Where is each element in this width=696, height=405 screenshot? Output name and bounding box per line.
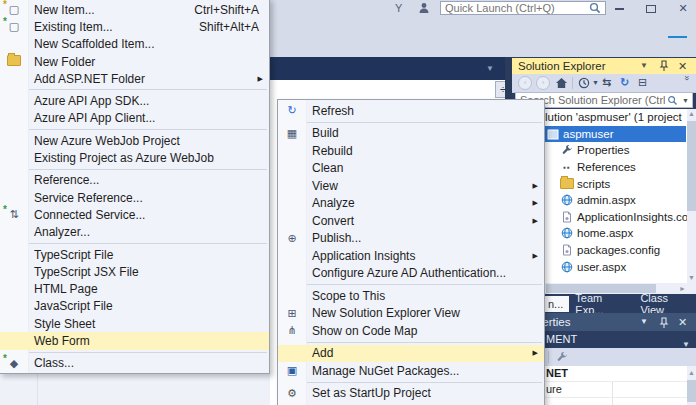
tab-solution-explorer[interactable]: n... — [542, 296, 569, 312]
menu-item-analyzer[interactable]: Analyzer... — [0, 224, 269, 241]
publish-icon: ⊕ — [278, 232, 306, 245]
project-icon — [546, 128, 560, 140]
menu-item-new-solution-explorer-view[interactable]: ⊞New Solution Explorer View — [278, 305, 544, 323]
menu-item-add[interactable]: Add▶ — [278, 345, 544, 363]
menu-item-application-insights[interactable]: Application Insights▶ — [278, 247, 544, 265]
add-submenu: ▢*New Item...Ctrl+Shift+A▢*Existing Item… — [0, 0, 270, 374]
menu-item-clean[interactable]: Clean — [278, 160, 544, 178]
filter-caret-icon[interactable]: ▼ — [592, 79, 599, 86]
menu-item-label: Configure Azure AD Authentication... — [306, 266, 544, 280]
menu-item-new-azure-webjob-project[interactable]: New Azure WebJob Project — [0, 132, 269, 149]
menu-item-new-item[interactable]: ▢*New Item...Ctrl+Shift+A — [0, 1, 269, 18]
menu-item-label: Convert — [306, 214, 544, 228]
quick-launch-input[interactable] — [440, 1, 606, 15]
menu-item-class[interactable]: ◆*Class... — [0, 355, 269, 372]
menu-item-shortcut: Shift+Alt+A — [199, 20, 269, 34]
solution-explorer-close-icon[interactable]: ✕ — [678, 58, 687, 74]
menu-item-typescript-jsx-file[interactable]: TypeScript JSX File — [0, 263, 269, 280]
menu-item-label: Clean — [306, 161, 544, 175]
menu-item-set-as-startup-project[interactable]: ⚙Set as StartUp Project — [278, 385, 544, 403]
menu-item-publish[interactable]: ⊕Publish... — [278, 230, 544, 248]
menu-item-connected-service[interactable]: ⇅*Connected Service... — [0, 206, 269, 223]
window-position-caret-icon[interactable]: ▼ — [640, 313, 648, 331]
submenu-arrow-icon: ▶ — [533, 252, 538, 260]
forward-icon[interactable]: › — [536, 76, 550, 90]
menu-item-scope-to-this[interactable]: Scope to This — [278, 287, 544, 305]
menu-separator — [2, 89, 267, 90]
menu-separator — [2, 169, 267, 170]
menu-item-javascript-file[interactable]: JavaScript File — [0, 298, 269, 315]
menu-item-label: Build — [306, 126, 544, 140]
menu-item-html-page[interactable]: HTML Page — [0, 280, 269, 297]
menu-item-new-scaffolded-item[interactable]: New Scaffolded Item... — [0, 36, 269, 53]
plus-star-icon: * — [3, 0, 7, 10]
menu-item-manage-nuget-packages[interactable]: ▣Manage NuGet Packages... — [278, 362, 544, 380]
window-position-caret-icon[interactable]: ▼ — [640, 58, 648, 74]
solution-explorer-titlebar[interactable]: Solution Explorer ▼ ✕ — [512, 58, 696, 74]
tree-item-label: ApplicationInsights.co — [577, 211, 688, 223]
tab-list-caret-icon[interactable]: ▼ — [486, 64, 494, 73]
feedback-icon[interactable]: Y — [395, 2, 402, 14]
grid-vertical-scrollbar[interactable]: ▲ — [687, 366, 696, 405]
toolbar-separator — [572, 77, 573, 89]
search-icon[interactable] — [667, 95, 678, 109]
minimize-button[interactable] — [606, 0, 632, 16]
pending-changes-filter-icon[interactable] — [578, 77, 590, 91]
menu-item-label: Reference... — [28, 173, 269, 187]
sign-in-person-icon[interactable] — [418, 2, 431, 17]
menu-item-view[interactable]: View▶ — [278, 177, 544, 195]
menu-item-rebuild[interactable]: Rebuild — [278, 142, 544, 160]
scrollbar-thumb[interactable] — [687, 121, 696, 211]
menu-item-refresh[interactable]: ↻Refresh — [278, 102, 544, 120]
menu-item-service-reference[interactable]: Service Reference... — [0, 189, 269, 206]
scroll-up-icon[interactable]: ▲ — [687, 368, 696, 378]
maximize-button[interactable] — [638, 0, 664, 16]
collapse-all-icon[interactable]: ⊟ — [638, 76, 647, 89]
menu-item-style-sheet[interactable]: Style Sheet — [0, 315, 269, 332]
menu-item-build[interactable]: ▦Build — [278, 125, 544, 143]
menu-item-label: Azure API App SDK... — [28, 94, 269, 108]
menu-item-convert[interactable]: Convert▶ — [278, 212, 544, 230]
scroll-down-icon[interactable]: ▼ — [687, 273, 696, 283]
menu-separator — [2, 352, 267, 353]
editor-margin-line — [37, 374, 38, 405]
menu-item-azure-api-app-client[interactable]: Azure API App Client... — [0, 110, 269, 127]
grid-column-divider[interactable] — [612, 398, 613, 405]
tree-item-label: Properties — [577, 144, 629, 156]
menu-item-web-form[interactable]: Web Form — [0, 332, 269, 349]
tree-vertical-scrollbar[interactable]: ▲ ▼ — [687, 109, 696, 283]
scrollbar-thumb[interactable] — [687, 380, 696, 402]
menu-item-show-on-code-map[interactable]: ⋔Show on Code Map — [278, 322, 544, 340]
back-icon[interactable]: ‹ — [518, 76, 532, 90]
new-view-icon: ⊞ — [278, 307, 306, 320]
menu-item-add-asp-net-folder[interactable]: Add ASP.NET Folder▶ — [0, 70, 269, 87]
menu-separator — [280, 342, 542, 343]
home-icon[interactable] — [555, 77, 568, 91]
grid-column-divider[interactable] — [612, 382, 613, 397]
menu-item-reference[interactable]: Reference... — [0, 172, 269, 189]
menu-item-configure-azure-ad-authentication[interactable]: Configure Azure AD Authentication... — [278, 265, 544, 283]
new-folder-icon — [0, 55, 28, 68]
properties-close-icon[interactable]: ✕ — [678, 313, 687, 331]
menu-item-analyze[interactable]: Analyze▶ — [278, 195, 544, 213]
menu-item-azure-api-app-sdk[interactable]: Azure API App SDK... — [0, 92, 269, 109]
menu-item-label: Show on Code Map — [306, 324, 544, 338]
quick-launch-search-icon[interactable] — [589, 2, 601, 17]
sync-with-active-document-icon[interactable]: ⇆ — [602, 76, 611, 89]
menu-item-typescript-file[interactable]: TypeScript File — [0, 246, 269, 263]
wrench-icon[interactable] — [556, 351, 568, 366]
menu-item-existing-item[interactable]: ▢*Existing Item...Shift+Alt+A — [0, 18, 269, 35]
menu-item-new-folder[interactable]: New Folder — [0, 53, 269, 70]
menu-item-existing-project-as-azure-webjob[interactable]: Existing Project as Azure WebJob — [0, 149, 269, 166]
menu-item-label: Add — [306, 346, 544, 360]
menu-item-label: TypeScript File — [28, 248, 269, 262]
scroll-up-icon[interactable]: ▲ — [687, 109, 696, 119]
tree-item-label: admin.aspx — [577, 194, 636, 206]
toolbar-overflow-icon[interactable]: » — [682, 75, 692, 80]
config-icon — [560, 244, 574, 256]
menu-item-label: Class... — [28, 356, 269, 370]
search-caret-icon[interactable]: ▼ — [682, 97, 689, 104]
refresh-icon[interactable]: ↻ — [620, 76, 629, 89]
close-button[interactable]: ✕ — [670, 0, 696, 16]
submenu-arrow-icon: ▶ — [533, 182, 538, 190]
